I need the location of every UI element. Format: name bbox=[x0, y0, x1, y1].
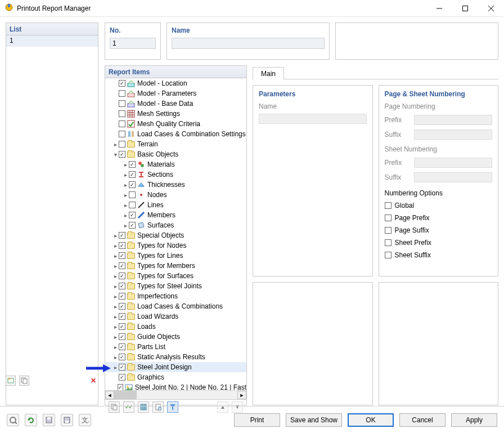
expand-icon[interactable]: ▸ bbox=[112, 253, 119, 259]
footer-reset-icon[interactable] bbox=[25, 414, 37, 426]
page-suffix-input[interactable] bbox=[414, 130, 493, 140]
numbering-checkbox[interactable] bbox=[385, 202, 392, 209]
expand-icon[interactable]: ▸ bbox=[122, 182, 129, 188]
tree-item[interactable]: Model - Parameters bbox=[105, 88, 246, 99]
tree-checkbox[interactable] bbox=[129, 191, 136, 198]
tree-item[interactable]: ✓Graphics bbox=[105, 372, 246, 382]
tree-item[interactable]: ▸✓Loads bbox=[105, 322, 246, 332]
footer-language-icon[interactable]: 文A bbox=[79, 414, 91, 426]
tree-item[interactable]: Load Cases & Combination Settings bbox=[105, 129, 246, 139]
tree-item[interactable]: ▸✓Sections bbox=[105, 169, 246, 180]
expand-icon[interactable]: ▸ bbox=[112, 314, 119, 320]
cancel-button[interactable]: Cancel bbox=[399, 413, 446, 427]
tree-checkbox[interactable]: ✓ bbox=[119, 293, 125, 300]
tree-checkbox[interactable] bbox=[119, 131, 125, 137]
tree-checkbox[interactable]: ✓ bbox=[119, 333, 125, 340]
tree-hscroll[interactable]: ◄ ► bbox=[105, 390, 246, 399]
expand-icon[interactable]: ▸ bbox=[112, 293, 119, 300]
sheet-suffix-input[interactable] bbox=[414, 172, 493, 182]
tree-item[interactable]: ▸✓Types for Steel Joints bbox=[105, 281, 246, 291]
name-input[interactable] bbox=[172, 38, 325, 49]
tree-checkbox[interactable]: ✓ bbox=[119, 273, 125, 279]
tree-checkbox[interactable]: ✓ bbox=[119, 364, 125, 370]
tree-item[interactable]: ▸✓Types for Members bbox=[105, 261, 246, 271]
tree-item[interactable]: ▸✓Static Analysis Results bbox=[105, 352, 246, 362]
scroll-left-icon[interactable]: ◄ bbox=[105, 391, 114, 399]
tree-item[interactable]: ▸Lines bbox=[105, 200, 246, 210]
param-name-input[interactable] bbox=[259, 114, 367, 124]
tree-item[interactable]: ▸✓Thicknesses bbox=[105, 180, 246, 190]
tree-item[interactable]: ▸✓Members bbox=[105, 210, 246, 220]
tree-checkbox[interactable]: ✓ bbox=[119, 151, 125, 158]
expand-icon[interactable]: ▸ bbox=[122, 212, 129, 218]
tree-item[interactable]: ▸✓Steel Joint Design bbox=[105, 362, 246, 372]
expand-icon[interactable]: ▸ bbox=[112, 354, 119, 360]
tree-checkbox[interactable]: ✓ bbox=[119, 323, 125, 330]
tree-checkbox[interactable] bbox=[119, 120, 125, 127]
tree-item[interactable]: ▸✓Types for Surfaces bbox=[105, 271, 246, 281]
maximize-button[interactable] bbox=[452, 0, 478, 17]
expand-icon[interactable]: ▸ bbox=[112, 273, 119, 279]
tree-checkbox[interactable]: ✓ bbox=[119, 343, 125, 350]
tree-checkbox[interactable]: ✓ bbox=[129, 161, 136, 168]
tree-checkbox[interactable]: ✓ bbox=[119, 354, 125, 360]
numbering-checkbox[interactable] bbox=[385, 215, 392, 221]
tree-checkbox[interactable]: ✓ bbox=[129, 171, 136, 178]
tree-item[interactable]: ▸✓Imperfections bbox=[105, 291, 246, 301]
tree-checkbox[interactable] bbox=[119, 100, 125, 107]
tree-item[interactable]: Mesh Settings bbox=[105, 109, 246, 119]
tree-checkbox[interactable] bbox=[129, 202, 136, 208]
tree-item[interactable]: ▸✓Surfaces bbox=[105, 220, 246, 230]
new-report-icon[interactable] bbox=[6, 376, 16, 386]
tree-checkbox[interactable]: ✓ bbox=[119, 262, 125, 269]
numbering-checkbox[interactable] bbox=[385, 227, 392, 234]
sheet-prefix-input[interactable] bbox=[414, 158, 493, 168]
tree-item[interactable]: Mesh Quality Criteria bbox=[105, 119, 246, 129]
list-row[interactable]: 1 bbox=[6, 35, 98, 47]
tree-checkbox[interactable]: ✓ bbox=[119, 283, 125, 289]
tree-checkbox[interactable]: ✓ bbox=[119, 303, 125, 310]
expand-icon[interactable]: ▸ bbox=[122, 202, 129, 208]
tree-item[interactable]: ▸✓Special Objects bbox=[105, 230, 246, 240]
tree-item[interactable]: Model - Base Data bbox=[105, 99, 246, 109]
tree-item[interactable]: ▸Terrain bbox=[105, 139, 246, 149]
footer-help-icon[interactable] bbox=[7, 414, 19, 426]
expand-icon[interactable]: ▸ bbox=[112, 233, 119, 239]
expand-icon[interactable]: ▸ bbox=[122, 192, 129, 198]
numbering-checkbox[interactable] bbox=[385, 239, 392, 246]
tree-checkbox[interactable]: ✓ bbox=[119, 252, 125, 259]
expand-icon[interactable]: ▸ bbox=[112, 263, 119, 269]
tree-item[interactable]: ▸✓Types for Lines bbox=[105, 251, 246, 261]
close-button[interactable] bbox=[478, 0, 504, 17]
scroll-right-icon[interactable]: ► bbox=[237, 391, 246, 399]
tree-checkbox[interactable] bbox=[119, 90, 125, 97]
tree-checkbox[interactable]: ✓ bbox=[119, 374, 125, 381]
expand-icon[interactable]: ▸ bbox=[112, 364, 119, 370]
scroll-thumb[interactable] bbox=[114, 391, 137, 399]
tree-checkbox[interactable]: ✓ bbox=[129, 212, 136, 218]
tree-item[interactable]: ▸Nodes bbox=[105, 190, 246, 200]
expand-icon[interactable]: ▸ bbox=[122, 172, 129, 178]
tree-checkbox[interactable]: ✓ bbox=[119, 313, 125, 320]
expand-icon[interactable]: ▸ bbox=[112, 141, 119, 148]
tree-checkbox[interactable]: ✓ bbox=[119, 242, 125, 249]
tree-item[interactable]: ✓Steel Joint No. 2 | Node No. 21 | Fast bbox=[105, 382, 246, 390]
footer-load-default-icon[interactable] bbox=[61, 414, 73, 426]
collapse-icon[interactable]: ▾ bbox=[112, 151, 119, 158]
tree-checkbox[interactable] bbox=[119, 110, 125, 117]
expand-icon[interactable]: ▸ bbox=[112, 324, 119, 330]
minimize-button[interactable] bbox=[426, 0, 452, 17]
delete-report-icon[interactable]: ✕ bbox=[88, 376, 98, 386]
tab-main[interactable]: Main bbox=[253, 67, 284, 79]
expand-icon[interactable]: ▸ bbox=[122, 162, 129, 168]
tree-item[interactable]: ✓Model - Location bbox=[105, 78, 246, 88]
copy-report-icon[interactable] bbox=[19, 376, 29, 386]
tree-item[interactable]: ▸✓Types for Nodes bbox=[105, 240, 246, 251]
tree-item[interactable]: ▸✓Materials bbox=[105, 159, 246, 169]
print-button[interactable]: Print bbox=[234, 413, 280, 427]
tree-checkbox[interactable]: ✓ bbox=[119, 80, 125, 87]
expand-icon[interactable]: ▸ bbox=[112, 344, 119, 350]
expand-icon[interactable]: ▸ bbox=[112, 303, 119, 310]
no-input[interactable]: 1 bbox=[110, 38, 156, 49]
tree-checkbox[interactable]: ✓ bbox=[118, 384, 123, 390]
